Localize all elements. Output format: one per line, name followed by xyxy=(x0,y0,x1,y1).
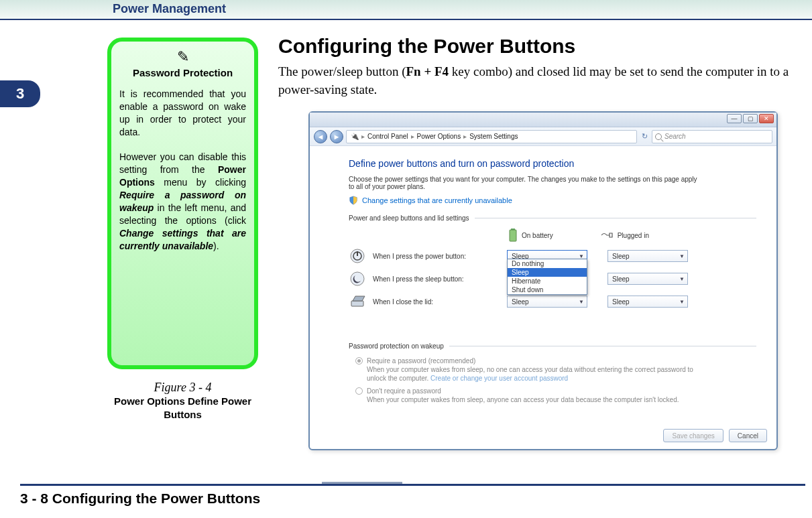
chevron-down-icon: ▼ xyxy=(679,253,685,259)
row1-label: When I press the sleep button: xyxy=(373,275,507,283)
dropdown-opt-2[interactable]: Hibernate xyxy=(508,277,587,285)
window-heading: Define power buttons and turn on passwor… xyxy=(349,158,756,169)
chevron-down-icon: ▼ xyxy=(579,299,584,305)
power-icon xyxy=(349,247,366,265)
chapter-tab: 3 xyxy=(0,80,40,107)
section1-label: Power and sleep buttons and lid settings xyxy=(349,214,469,222)
search-placeholder: Search xyxy=(664,133,686,140)
button-row: Save changes Cancel xyxy=(663,429,767,442)
column-headers: On battery Plugged in xyxy=(508,229,756,242)
note-para2-mid1: menu by clicking xyxy=(155,177,246,188)
forward-button[interactable]: ► xyxy=(330,130,343,143)
back-button[interactable]: ◄ xyxy=(314,130,327,143)
row0-plugged-dropdown[interactable]: Sleep▼ xyxy=(607,250,688,262)
screenshot-window: — ▢ ✕ ◄ ► 🔌 ▸ Control Panel ▸ Power Opti… xyxy=(308,111,778,450)
window-controls: — ▢ ✕ xyxy=(727,114,774,123)
dropdown-opt-1[interactable]: Sleep xyxy=(508,268,587,277)
save-button[interactable]: Save changes xyxy=(663,429,723,442)
divider xyxy=(449,346,756,346)
sleep-icon xyxy=(349,270,366,287)
divider xyxy=(475,218,756,218)
breadcrumb-sep: ▸ xyxy=(361,133,365,140)
row1-plugged-dropdown[interactable]: Sleep▼ xyxy=(607,273,688,285)
minimize-button[interactable]: — xyxy=(727,114,742,123)
note-body: It is recommended that you enable a pass… xyxy=(119,88,246,253)
col-plugged: Plugged in xyxy=(600,231,649,240)
cancel-button[interactable]: Cancel xyxy=(729,429,767,442)
radio-icon xyxy=(355,357,363,365)
radio-icon xyxy=(355,387,363,395)
row1-plugged-value: Sleep xyxy=(612,275,630,283)
svg-rect-1 xyxy=(510,230,516,241)
search-icon xyxy=(655,133,662,140)
section-power-buttons: Power and sleep buttons and lid settings xyxy=(349,214,756,222)
breadcrumb-sep: ▸ xyxy=(463,133,467,140)
figure-caption: Figure 3 - 4 Power Options Define Power … xyxy=(107,381,258,421)
setting-row-power-button: When I press the power button: Sleep▼ Sl… xyxy=(349,247,756,265)
note-title: Password Protection xyxy=(119,67,246,78)
col-plugged-label: Plugged in xyxy=(618,232,649,239)
password-section: Password protection on wakeup Require a … xyxy=(349,342,756,404)
window-desc: Choose the power settings that you want … xyxy=(349,176,704,190)
dropdown-open-list: Do nothing Sleep Hibernate Shut down xyxy=(507,259,587,295)
row2-plugged-dropdown[interactable]: Sleep▼ xyxy=(607,296,688,308)
lead-paragraph: The power/sleep button (Fn + F4 key comb… xyxy=(278,63,805,99)
row0-plugged-value: Sleep xyxy=(612,253,630,260)
radio-require-password[interactable]: Require a password (recommended) When yo… xyxy=(355,357,756,383)
battery-icon xyxy=(508,229,518,242)
create-password-link[interactable]: Create or change your user account passw… xyxy=(430,375,568,382)
header-title: Power Management xyxy=(113,2,226,16)
breadcrumb-icon: 🔌 xyxy=(351,133,359,140)
page-header: Power Management xyxy=(0,0,812,20)
lead-bold: Fn + F4 xyxy=(406,64,449,78)
section-password: Password protection on wakeup xyxy=(349,342,756,350)
refresh-icon[interactable]: ↻ xyxy=(640,132,649,141)
col-battery-label: On battery xyxy=(522,232,553,239)
col-battery: On battery xyxy=(508,229,553,242)
close-button[interactable]: ✕ xyxy=(759,114,774,123)
pencil-icon: ✎ xyxy=(119,48,246,66)
radio1-body: Require a password (recommended) When yo… xyxy=(367,357,702,383)
row0-label: When I press the power button: xyxy=(373,253,507,260)
window-body: Define power buttons and turn on passwor… xyxy=(310,146,776,412)
setting-row-lid: When I close the lid: Sleep▼ Sleep▼ xyxy=(349,293,756,310)
svg-point-5 xyxy=(351,272,364,285)
change-settings-row: Change settings that are currently unava… xyxy=(349,196,756,205)
chevron-down-icon: ▼ xyxy=(679,299,685,305)
row2-plugged-value: Sleep xyxy=(612,298,630,306)
footer-text: 3 - 8 Configuring the Power Buttons xyxy=(20,491,260,507)
radio-dont-require-password[interactable]: Don't require a password When your compu… xyxy=(355,387,756,404)
section2-label: Password protection on wakeup xyxy=(349,342,444,350)
search-input[interactable]: Search xyxy=(652,130,772,143)
row2-battery-value: Sleep xyxy=(512,298,529,306)
note-para2-end: ). xyxy=(213,241,219,251)
address-bar: ◄ ► 🔌 ▸ Control Panel ▸ Power Options ▸ … xyxy=(310,127,776,146)
row2-battery-dropdown[interactable]: Sleep▼ xyxy=(507,296,587,308)
dropdown-opt-3[interactable]: Shut down xyxy=(508,285,587,294)
main-content: Configuring the Power Buttons The power/… xyxy=(278,35,805,99)
breadcrumb-1[interactable]: Power Options xyxy=(417,133,461,140)
change-settings-link[interactable]: Change settings that are currently unava… xyxy=(362,196,512,204)
radio2-body: Don't require a password When your compu… xyxy=(367,387,679,404)
shield-icon xyxy=(349,196,358,205)
breadcrumb-2[interactable]: System Settings xyxy=(469,133,518,140)
dropdown-opt-0[interactable]: Do nothing xyxy=(508,259,587,268)
breadcrumb-0[interactable]: Control Panel xyxy=(367,133,408,140)
figure-title: Power Options Define Power Buttons xyxy=(107,395,258,421)
radio1-title: Require a password (recommended) xyxy=(367,357,702,365)
window-titlebar: — ▢ ✕ xyxy=(310,113,776,127)
breadcrumb[interactable]: 🔌 ▸ Control Panel ▸ Power Options ▸ Syst… xyxy=(346,130,637,143)
row2-label: When I close the lid: xyxy=(373,298,507,306)
radio2-title: Don't require a password xyxy=(367,387,679,395)
chevron-down-icon: ▼ xyxy=(679,276,685,282)
lid-icon xyxy=(349,293,366,310)
svg-rect-6 xyxy=(351,301,363,306)
lead-pre: The power/sleep button ( xyxy=(278,64,406,78)
note-para1: It is recommended that you enable a pass… xyxy=(119,88,246,137)
note-box: ✎ Password Protection It is recommended … xyxy=(107,38,258,369)
note-para2-bi2: Change settings that are currently unava… xyxy=(119,228,246,251)
footer-rule xyxy=(20,484,805,486)
figure-number: Figure 3 - 4 xyxy=(107,381,258,395)
radio2-text: When your computer wakes from sleep, any… xyxy=(367,396,679,403)
maximize-button[interactable]: ▢ xyxy=(743,114,758,123)
